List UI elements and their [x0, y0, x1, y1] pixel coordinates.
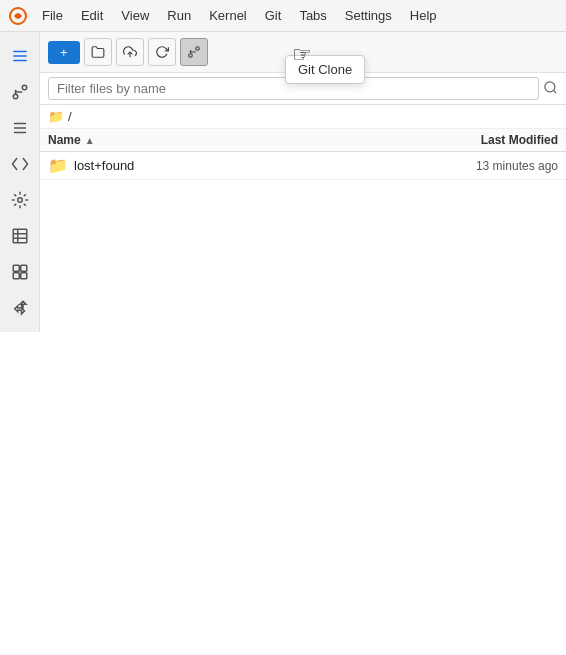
table-icon[interactable]: [4, 220, 36, 252]
svg-line-19: [553, 90, 556, 93]
menu-help[interactable]: Help: [402, 6, 445, 25]
menu-view[interactable]: View: [113, 6, 157, 25]
svg-rect-14: [20, 273, 26, 279]
git-clone-tooltip: Git Clone: [285, 55, 365, 84]
icon-sidebar: [0, 32, 40, 332]
menu-run[interactable]: Run: [159, 6, 199, 25]
plus-icon: +: [60, 45, 68, 60]
new-button[interactable]: + +: [48, 41, 80, 64]
menu-kernel[interactable]: Kernel: [201, 6, 255, 25]
table-row[interactable]: 📁 lost+found 13 minutes ago: [40, 152, 566, 180]
col-name-label: Name: [48, 133, 81, 147]
upload-folder-button[interactable]: [84, 38, 112, 66]
breadcrumb-path: /: [68, 109, 72, 124]
app-logo: [8, 6, 28, 26]
menu-edit[interactable]: Edit: [73, 6, 111, 25]
menubar: File Edit View Run Kernel Git Tabs Setti…: [0, 0, 566, 32]
menu-git[interactable]: Git: [257, 6, 290, 25]
menu-file[interactable]: File: [34, 6, 71, 25]
svg-rect-11: [13, 265, 19, 271]
menu-settings[interactable]: Settings: [337, 6, 400, 25]
col-modified-label: Last Modified: [418, 133, 558, 147]
svg-point-18: [545, 81, 555, 91]
svg-point-1: [13, 94, 18, 99]
refresh-button[interactable]: [148, 38, 176, 66]
sort-arrow-icon: ▲: [85, 135, 95, 146]
table-header: Name ▲ Last Modified: [40, 129, 566, 152]
upload-button[interactable]: [116, 38, 144, 66]
svg-rect-12: [20, 265, 26, 271]
git-icon[interactable]: [4, 76, 36, 108]
svg-point-2: [22, 85, 27, 90]
svg-rect-7: [13, 229, 27, 243]
puzzle-icon[interactable]: [4, 292, 36, 324]
apps-icon[interactable]: [4, 256, 36, 288]
svg-rect-13: [13, 273, 19, 279]
git-clone-button[interactable]: [180, 38, 208, 66]
code-icon[interactable]: [4, 148, 36, 180]
search-button[interactable]: [543, 80, 558, 98]
file-panel: + +: [40, 32, 566, 332]
files-icon[interactable]: [4, 40, 36, 72]
svg-point-16: [188, 54, 192, 58]
file-name: lost+found: [74, 158, 418, 173]
svg-point-6: [17, 198, 22, 203]
breadcrumb: 📁 /: [40, 105, 566, 129]
menu-list-icon[interactable]: [4, 112, 36, 144]
file-table: Name ▲ Last Modified 📁 lost+found 13 min…: [40, 129, 566, 332]
folder-row-icon: 📁: [48, 156, 68, 175]
file-modified: 13 minutes ago: [418, 159, 558, 173]
menu-tabs[interactable]: Tabs: [291, 6, 334, 25]
svg-point-17: [195, 47, 199, 51]
extensions-icon[interactable]: [4, 184, 36, 216]
folder-icon: 📁: [48, 109, 64, 124]
